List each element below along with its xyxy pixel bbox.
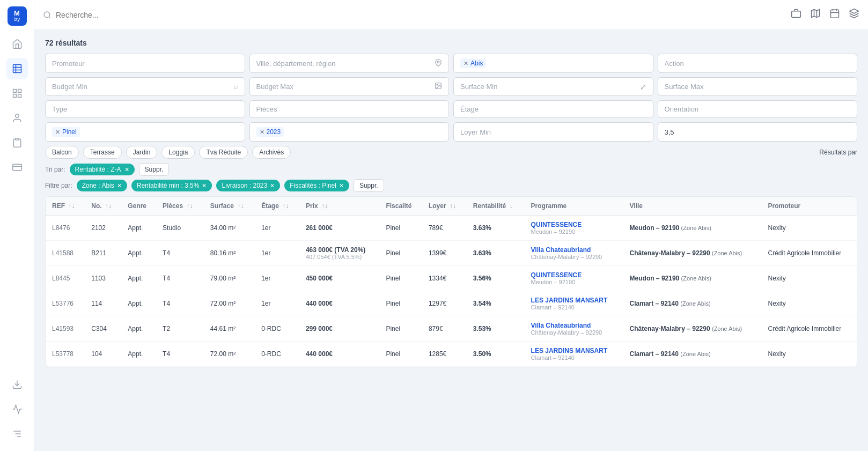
pieces-filter[interactable] [249, 100, 450, 118]
ville-input[interactable] [256, 60, 432, 68]
cell-programme[interactable]: Villa Chateaubriand Châtenay-Malabry – 9… [525, 316, 623, 342]
cell-ville: Châtenay-Malabry – 92290 (Zone Abis) [623, 316, 762, 342]
briefcase-icon[interactable] [791, 8, 801, 21]
circle-icon: ○ [233, 83, 238, 91]
cell-programme[interactable]: LES JARDINS MANSART Clamart – 92140 [525, 291, 623, 316]
cell-programme[interactable]: QUINTESSENCE Meudon – 92190 [525, 266, 623, 291]
svg-rect-18 [792, 11, 801, 18]
sidebar-item-settings[interactable] [6, 423, 28, 445]
rentabilite-sort-icon: ↓ [509, 202, 512, 210]
etage-input[interactable] [460, 105, 646, 113]
col-prix[interactable]: Prix ↑↓ [299, 197, 379, 216]
pieces-input[interactable] [256, 105, 443, 113]
cell-surface: 80.16 m² [204, 241, 255, 266]
filter-badge-fiscalite-remove[interactable]: ✕ [339, 182, 344, 189]
cb-balcon[interactable]: Balcon [45, 146, 79, 159]
col-pieces[interactable]: Pièces ↑↓ [156, 197, 204, 216]
action-filter[interactable] [658, 54, 858, 73]
filter-suppr-button[interactable]: Suppr. [354, 179, 384, 192]
promoteur-input[interactable] [52, 60, 238, 68]
svg-rect-10 [12, 164, 21, 171]
cell-programme[interactable]: LES JARDINS MANSART Clamart – 92140 [525, 342, 623, 367]
ville-filter[interactable] [249, 54, 450, 73]
filter-badge-rentabilite-remove[interactable]: ✕ [202, 182, 207, 189]
sidebar-item-building[interactable] [6, 58, 28, 79]
sidebar-item-activity[interactable] [6, 398, 28, 420]
orientation-input[interactable] [665, 105, 851, 113]
promoteur-filter[interactable] [45, 54, 245, 73]
surface-max-input[interactable] [665, 83, 851, 91]
map-icon[interactable] [810, 8, 821, 21]
cell-surface: 72.00 m² [204, 342, 255, 367]
col-no[interactable]: No. ↑↓ [85, 197, 121, 216]
abis-remove[interactable]: ✕ [464, 60, 468, 67]
cb-tva-reduite[interactable]: Tva Réduite [199, 146, 248, 159]
sort-suppr-button[interactable]: Suppr. [139, 163, 170, 176]
search-input[interactable] [56, 11, 784, 19]
filter-badge-zone-remove[interactable]: ✕ [117, 182, 122, 189]
annee-filter[interactable]: ✕ 2023 [249, 122, 450, 142]
annee-remove[interactable]: ✕ [260, 129, 264, 136]
loyer-min-input[interactable] [460, 128, 646, 136]
app-logo: M izy [8, 6, 27, 26]
cell-programme[interactable]: Villa Chateaubriand Châtenay-Malabry – 9… [525, 241, 623, 266]
pinel-filter[interactable]: ✕ Pinel [45, 122, 245, 142]
cell-fiscalite: Pinel [379, 266, 422, 291]
main-content: 72 résultats ✕ Abis [34, 0, 868, 451]
col-ville: Ville [623, 197, 762, 216]
col-ref[interactable]: REF ↑↓ [46, 197, 85, 216]
filter-row-1: ✕ Abis [45, 54, 857, 73]
type-input[interactable] [52, 105, 238, 113]
surface-min-input[interactable] [460, 83, 637, 91]
sidebar-item-contact[interactable] [6, 107, 28, 129]
col-loyer[interactable]: Loyer ↑↓ [422, 197, 467, 216]
cell-surface: 44.61 m² [204, 316, 255, 342]
cell-no: C304 [85, 316, 121, 342]
budget-max-filter[interactable] [249, 77, 450, 96]
svg-rect-5 [18, 90, 21, 93]
abis-filter[interactable]: ✕ Abis [453, 54, 653, 73]
budget-min-filter[interactable]: ○ [45, 77, 245, 96]
cell-loyer: 1297€ [422, 291, 467, 316]
layers-icon[interactable] [849, 8, 859, 21]
sidebar-item-wallet[interactable] [6, 157, 28, 178]
sidebar-item-grid[interactable] [6, 83, 28, 104]
col-etage[interactable]: Étage ↑↓ [255, 197, 299, 216]
col-surface[interactable]: Surface ↑↓ [204, 197, 255, 216]
col-rentabilite[interactable]: Rentabilité ↓ [467, 197, 525, 216]
cb-terrasse[interactable]: Terrasse [83, 146, 122, 159]
cb-loggia[interactable]: Loggia [161, 146, 195, 159]
sort-remove[interactable]: ✕ [124, 166, 129, 173]
cell-pieces: T4 [156, 266, 204, 291]
budget-max-input[interactable] [256, 83, 432, 91]
svg-point-29 [437, 84, 438, 85]
filter-badge-livraison-remove[interactable]: ✕ [270, 182, 275, 189]
cell-fiscalite: Pinel [379, 342, 422, 367]
loyer-min-filter[interactable] [453, 122, 653, 142]
cb-jardin[interactable]: Jardin [126, 146, 158, 159]
sidebar-item-clipboard[interactable] [6, 132, 28, 153]
loyer-val-input[interactable] [665, 128, 851, 136]
cell-genre: Appt. [121, 216, 156, 241]
calendar-icon[interactable] [829, 8, 840, 21]
sidebar-item-download[interactable] [6, 374, 28, 395]
cell-prix: 299 000€ [299, 316, 379, 342]
sidebar-item-home[interactable] [6, 33, 28, 55]
cell-programme[interactable]: QUINTESSENCE Meudon – 92190 [525, 216, 623, 241]
surface-min-filter[interactable]: ⤢ [453, 77, 653, 96]
cell-no: 1103 [85, 266, 121, 291]
surface-sort-icon: ↑↓ [237, 202, 244, 210]
orientation-filter[interactable] [658, 100, 858, 118]
cell-promoteur: Nexity [762, 291, 857, 316]
surface-max-filter[interactable] [658, 77, 858, 96]
topbar [34, 0, 868, 30]
pinel-remove[interactable]: ✕ [55, 129, 60, 136]
results-table-container: REF ↑↓ No. ↑↓ Genre Pièces ↑↓ Surface ↑↓… [45, 196, 857, 367]
action-input[interactable] [665, 60, 851, 68]
content-area: 72 résultats ✕ Abis [34, 30, 868, 451]
budget-min-input[interactable] [52, 83, 230, 91]
loyer-val-filter[interactable] [658, 122, 858, 142]
cb-archives[interactable]: Archivés [252, 146, 291, 159]
type-filter[interactable] [45, 100, 245, 118]
etage-filter[interactable] [453, 100, 653, 118]
